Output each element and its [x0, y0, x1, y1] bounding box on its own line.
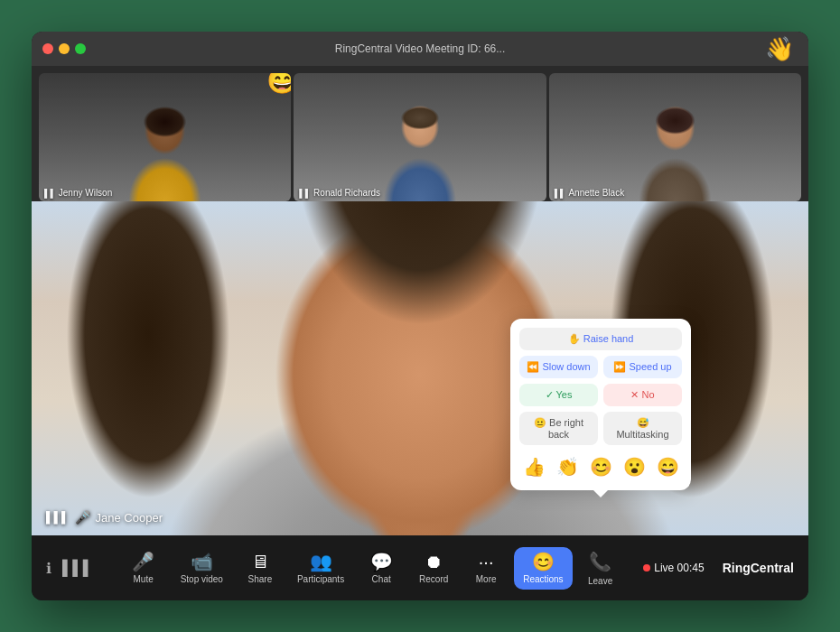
participant-video-jenny [39, 73, 291, 201]
smile-button[interactable]: 😊 [588, 454, 614, 479]
share-icon: 🖥 [251, 553, 269, 571]
signal-icon-2: ▌▌ [299, 189, 311, 198]
thumbs-up-button[interactable]: 👍 [521, 454, 547, 479]
reactions-popup: ✋ Raise hand ⏪ Slow down ⏩ Speed up ✓ Ye… [510, 319, 691, 490]
more-label: More [476, 574, 497, 584]
app-window: RingCentral Video Meeting ID: 66... 👋 ▌▌… [32, 32, 808, 600]
surprised-button[interactable]: 😮 [621, 454, 648, 479]
reactions-button[interactable]: 😊 Reactions [514, 547, 572, 590]
raise-hand-row: ✋ Raise hand [519, 328, 682, 350]
traffic-lights [42, 43, 86, 54]
chat-label: Chat [372, 574, 391, 584]
participant-video-annette [549, 73, 801, 201]
chat-icon: 💬 [370, 553, 393, 571]
popup-arrow [593, 490, 608, 497]
mute-button[interactable]: 🎤 Mute [119, 547, 168, 590]
participants-button[interactable]: 👥 Participants [288, 547, 353, 590]
leave-label: Leave [588, 576, 612, 586]
main-participant-name: Jane Cooper [96, 511, 163, 525]
close-button[interactable] [42, 43, 53, 54]
main-participant-video [32, 201, 808, 535]
reactions-icon: 😊 [532, 553, 555, 571]
reactions-label: Reactions [523, 574, 563, 584]
video-icon: 📹 [191, 553, 213, 571]
status-row: 😐 Be right back 😅 Multitasking [519, 412, 682, 445]
live-indicator: Live 00:45 [643, 562, 704, 574]
main-video: ▌▌▌ 🎤 Jane Cooper ✋ Raise hand ⏪ Slow do… [32, 201, 808, 535]
toolbar-left: ℹ ▌▌▌ [46, 560, 100, 577]
yes-button[interactable]: ✓ Yes [519, 384, 598, 406]
live-text: Live 00:45 [654, 562, 704, 574]
live-dot [643, 564, 650, 572]
record-button[interactable]: ⏺ Record [409, 547, 458, 590]
video-area: ▌▌ Jenny Wilson 😄 ▌▌ Ronald Richards ▌▌ … [32, 66, 808, 535]
window-title: RingCentral Video Meeting ID: 66... [335, 42, 506, 55]
wave-emoji-icon: 👋 [765, 35, 794, 63]
signal-bars-icon: ▌▌▌ [62, 560, 93, 576]
no-button[interactable]: ✕ No [603, 384, 682, 406]
thumbnail-label-1: ▌▌ Jenny Wilson [44, 188, 112, 198]
main-mic-icon: 🎤 [75, 510, 90, 525]
smile-emoji-icon: 😄 [266, 73, 291, 96]
thumbnail-1[interactable]: ▌▌ Jenny Wilson 😄 [39, 73, 291, 201]
thumbnail-2[interactable]: ▌▌ Ronald Richards [294, 73, 546, 201]
stop-video-label: Stop video [181, 574, 223, 584]
participant-video-ronald [294, 73, 546, 201]
participants-label: Participants [297, 574, 344, 584]
be-right-back-button[interactable]: 😐 Be right back [519, 412, 598, 445]
participants-icon: 👥 [310, 553, 332, 571]
raise-hand-button[interactable]: ✋ Raise hand [519, 328, 682, 350]
toolbar-center: 🎤 Mute 📹 Stop video 🖥 Share 👥 Participan… [100, 545, 643, 591]
emoji-row: 👍 👏 😊 😮 😄 [519, 451, 682, 481]
thumbnails-row: ▌▌ Jenny Wilson 😄 ▌▌ Ronald Richards ▌▌ … [32, 66, 808, 201]
main-participant-label: ▌▌▌ 🎤 Jane Cooper [46, 510, 163, 525]
minimize-button[interactable] [59, 43, 70, 54]
chat-button[interactable]: 💬 Chat [357, 547, 406, 590]
thumbnail-label-2: ▌▌ Ronald Richards [299, 188, 380, 198]
maximize-button[interactable] [75, 43, 86, 54]
slow-speed-row: ⏪ Slow down ⏩ Speed up [519, 356, 682, 378]
thumbnail-3[interactable]: ▌▌ Annette Black [549, 73, 801, 201]
stop-video-button[interactable]: 📹 Stop video [172, 547, 232, 590]
multitasking-button[interactable]: 😅 Multitasking [603, 412, 682, 445]
more-icon: ··· [479, 553, 494, 571]
brand-logo: RingCentral [723, 561, 794, 575]
signal-icon-3: ▌▌ [555, 189, 566, 198]
leave-icon: 📞 [589, 551, 611, 572]
toolbar: ℹ ▌▌▌ 🎤 Mute 📹 Stop video 🖥 Share 👥 Part… [32, 535, 808, 600]
slow-down-button[interactable]: ⏪ Slow down [519, 356, 598, 378]
yes-no-row: ✓ Yes ✕ No [519, 384, 682, 406]
share-label: Share [248, 574, 273, 584]
info-icon[interactable]: ℹ [46, 560, 51, 577]
laugh-button[interactable]: 😄 [655, 454, 681, 479]
record-label: Record [419, 574, 448, 584]
record-icon: ⏺ [425, 553, 443, 571]
signal-icon-1: ▌▌ [44, 189, 56, 198]
toolbar-right: Live 00:45 RingCentral [643, 561, 794, 575]
share-button[interactable]: 🖥 Share [236, 547, 285, 590]
clap-button[interactable]: 👏 [555, 454, 581, 479]
title-bar: RingCentral Video Meeting ID: 66... 👋 [32, 32, 808, 66]
leave-button[interactable]: 📞 Leave [576, 545, 625, 591]
thumbnail-label-3: ▌▌ Annette Black [555, 188, 624, 198]
mute-label: Mute [134, 574, 154, 584]
more-button[interactable]: ··· More [462, 547, 510, 590]
main-signal-icon: ▌▌▌ [46, 511, 70, 524]
microphone-icon: 🎤 [132, 553, 154, 571]
speed-up-button[interactable]: ⏩ Speed up [603, 356, 682, 378]
